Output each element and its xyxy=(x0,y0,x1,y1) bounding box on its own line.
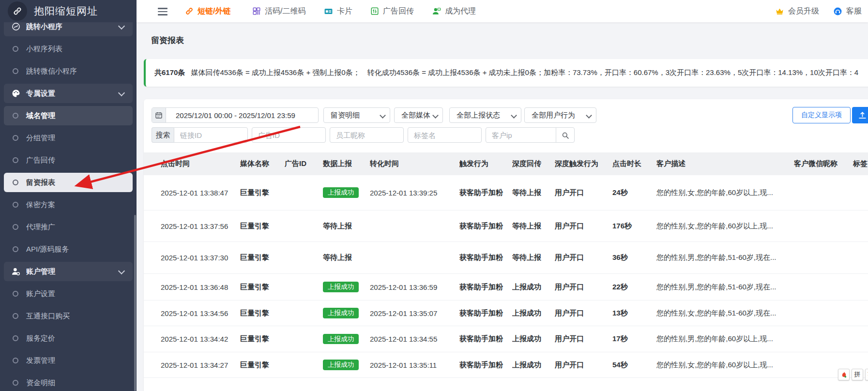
nav-item-5[interactable]: 成为代理 xyxy=(432,0,476,22)
date-range-input[interactable] xyxy=(166,108,318,122)
cell-trigger: 获客助手加粉 xyxy=(459,361,512,370)
report-type-select[interactable]: 留资明细 xyxy=(323,107,390,123)
sidebar-item-label: 留资报表 xyxy=(26,178,55,187)
sidebar-item-13[interactable]: 账户设置 xyxy=(0,283,137,305)
search-button[interactable] xyxy=(556,127,575,143)
sidebar-item-14[interactable]: 互通接口购买 xyxy=(0,305,137,327)
user-action-select[interactable]: 全部用户行为 xyxy=(524,107,596,123)
cell-media: 巨量引擎 xyxy=(240,222,285,231)
chevron-down-icon xyxy=(586,112,592,119)
topbar-right-item-2[interactable]: 客服 xyxy=(833,0,862,22)
cell-deep-trigger: 用户开口 xyxy=(555,283,612,292)
bullet-icon xyxy=(13,113,18,119)
cell-deep-trigger: 用户开口 xyxy=(555,188,612,197)
cell-trigger: 获客助手加粉 xyxy=(459,334,512,344)
nav-item-4[interactable]: 广告回传 xyxy=(370,0,414,22)
sidebar-item-17[interactable]: 资金明细 xyxy=(0,372,137,391)
report-status-select[interactable]: 全部上报状态 xyxy=(449,107,521,123)
link-id-input[interactable] xyxy=(174,127,248,143)
sidebar-group-12[interactable]: 账户管理 xyxy=(0,260,137,283)
table-row: 2025-12-01 13:34:27巨量引擎上报成功2025-12-01 13… xyxy=(144,352,868,378)
sidebar-item-10[interactable]: 代理推广 xyxy=(0,216,137,238)
nav-item-label: 会员升级 xyxy=(788,6,819,16)
sidebar-group-label: 专属设置 xyxy=(26,89,55,98)
cell-trigger: 获客助手加粉 xyxy=(459,188,512,197)
calendar-icon xyxy=(152,108,166,122)
cell-duration: 36秒 xyxy=(612,253,656,262)
report-card: 留资明细 全部媒体 全部上报状态 全部用户行为 自定义显示项 搜索 点击时 xyxy=(144,99,868,391)
sidebar-item-7[interactable]: 广告回传 xyxy=(0,149,137,171)
ime-pinyin-toggle[interactable]: 拼 xyxy=(852,369,863,380)
sidebar-item-15[interactable]: 服务定价 xyxy=(0,327,137,349)
report-success-badge: 上报成功 xyxy=(323,334,359,345)
nav-item-label: 活码/二维码 xyxy=(265,6,305,16)
bullet-icon xyxy=(13,157,18,163)
sidebar-item-8[interactable]: 留资报表 xyxy=(0,171,137,194)
staff-nickname-input[interactable] xyxy=(330,127,404,143)
cell-convert-time: 2025-12-01 13:39:25 xyxy=(370,189,459,197)
sidebar-group-4[interactable]: 专属设置 xyxy=(0,82,137,105)
app-title: 抱阳缩短网址 xyxy=(34,4,98,18)
cell-deep-trigger: 用户开口 xyxy=(555,361,612,370)
ime-icon[interactable] xyxy=(838,369,850,380)
sidebar-item-label: 资金明细 xyxy=(26,378,55,388)
sidebar-item-label: 小程序列表 xyxy=(26,45,62,54)
column-header: 客户微信昵称 xyxy=(794,159,853,168)
cell-convert-time: 2025-12-01 13:36:59 xyxy=(370,283,459,291)
sidebar-scrollbar[interactable] xyxy=(134,215,136,391)
cell-convert-time: 2025-12-01 13:35:11 xyxy=(370,361,459,369)
stats-bar: 共6170条 媒体回传4536条 = 成功上报4536条 + 强制上报0条； 转… xyxy=(144,59,868,87)
cell-click-time: 2025-12-01 13:34:56 xyxy=(161,309,240,317)
cell-desc: 您的性别,男,您的年龄,51-60岁,现在... xyxy=(656,283,794,292)
cell-deep-trigger: 用户开口 xyxy=(555,334,612,344)
cell-click-time: 2025-12-01 13:37:56 xyxy=(161,222,240,230)
upload-icon xyxy=(858,111,867,120)
ad-callback-icon xyxy=(370,7,379,16)
nav-item-1[interactable]: 短链/外链 xyxy=(184,0,230,22)
media-select-value: 全部媒体 xyxy=(401,111,430,120)
sidebar-item-5[interactable]: 域名管理 xyxy=(0,105,137,127)
customize-columns-button[interactable]: 自定义显示项 xyxy=(792,107,851,123)
crown-icon xyxy=(775,7,784,16)
cell-deep-report: 等待上报 xyxy=(512,253,555,262)
sidebar-item-9[interactable]: 保密方案 xyxy=(0,194,137,216)
cell-duration: 54秒 xyxy=(612,361,656,370)
export-button[interactable] xyxy=(852,107,868,123)
ad-id-input[interactable] xyxy=(252,127,326,143)
bullet-icon xyxy=(13,46,18,52)
cell-deep-report: 上报成功 xyxy=(512,334,555,344)
hamburger-menu-icon[interactable] xyxy=(158,8,168,17)
chevron-down-icon xyxy=(118,23,125,30)
sidebar: 跳转小程序小程序列表跳转微信小程序专属设置域名管理分组管理广告回传留资报表保密方… xyxy=(0,0,137,391)
cell-desc: 您的性别,女,您的年龄,60岁以上,现... xyxy=(656,188,794,197)
nav-item-2[interactable]: 活码/二维码 xyxy=(252,0,305,22)
topbar-right-item-1[interactable]: 会员升级 xyxy=(775,0,819,22)
ime-english-toggle[interactable]: 英 xyxy=(865,369,868,380)
cell-duration: 24秒 xyxy=(612,188,656,197)
cell-desc: 您的性别,男,您的年龄,51-60岁,现在... xyxy=(656,253,794,262)
client-ip-input[interactable] xyxy=(486,127,556,143)
sidebar-item-3[interactable]: 跳转微信小程序 xyxy=(0,60,137,82)
date-range-picker[interactable] xyxy=(152,107,319,123)
cell-duration: 22秒 xyxy=(612,283,656,292)
tag-name-input[interactable] xyxy=(408,127,482,143)
cell-click-time: 2025-12-01 13:34:42 xyxy=(161,335,240,343)
sidebar-item-2[interactable]: 小程序列表 xyxy=(0,38,137,60)
bullet-icon xyxy=(13,202,18,208)
chevron-down-icon xyxy=(432,112,439,119)
agent-icon xyxy=(432,7,441,16)
media-select[interactable]: 全部媒体 xyxy=(394,107,443,123)
sidebar-item-16[interactable]: 发票管理 xyxy=(0,349,137,372)
app-logo[interactable]: 抱阳缩短网址 xyxy=(0,0,137,22)
sidebar-item-label: 域名管理 xyxy=(26,111,55,120)
sidebar-group-label: 账户管理 xyxy=(26,267,55,276)
bullet-icon xyxy=(13,224,18,230)
nav-item-3[interactable]: 卡片 xyxy=(324,0,352,22)
column-header: 媒体名称 xyxy=(240,159,285,168)
chevron-down-icon xyxy=(380,112,386,119)
sidebar-item-11[interactable]: API/源码服务 xyxy=(0,238,137,260)
cell-report: 上报成功 xyxy=(323,187,370,198)
cell-desc: 您的性别,女,您的年龄,60岁以上,现... xyxy=(656,361,794,370)
sidebar-item-6[interactable]: 分组管理 xyxy=(0,127,137,149)
card-icon xyxy=(324,7,333,16)
